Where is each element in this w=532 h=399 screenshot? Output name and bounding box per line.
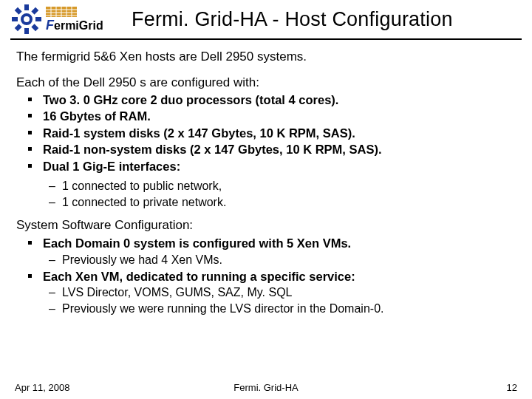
sw-list-1: Each Domain 0 system is configured with … [16,236,513,251]
svg-rect-6 [15,24,22,31]
slide-title: Fermi. Grid-HA - Host Configuration [132,8,453,31]
paragraph-hw-heading: Each of the Dell 2950 s are configured w… [16,75,513,90]
list-item: Each Domain 0 system is configured with … [22,236,513,251]
svg-rect-3 [12,17,18,21]
list-item: 1 connected to private network. [22,195,513,210]
svg-rect-2 [24,28,29,34]
list-item: Dual 1 Gig-E interfaces: [22,159,513,174]
svg-rect-8 [31,24,38,31]
slide: F ermiGrid Fermi. Grid-HA - Host Configu… [0,0,532,399]
hw-list: Two 3. 0 GHz core 2 duo processors (tota… [16,92,513,174]
list-item: Two 3. 0 GHz core 2 duo processors (tota… [22,92,513,108]
list-item: 16 Gbytes of RAM. [22,109,513,124]
svg-rect-4 [35,17,41,21]
gear-icon [12,4,41,34]
slide-body: The fermigrid 5&6 Xen hosts are Dell 295… [0,43,532,316]
footer-date: Apr 11, 2008 [15,382,183,393]
fermigrid-logo: F ermiGrid [46,7,117,32]
list-item: Previously we had 4 Xen VMs. [22,253,513,267]
list-item: LVS Director, VOMS, GUMS, SAZ, My. SQL [22,285,513,300]
slide-footer: Apr 11, 2008 Fermi. Grid-HA 12 [0,382,532,393]
sw-sublist-1: Previously we had 4 Xen VMs. [16,253,513,267]
list-item: Raid-1 non-system disks (2 x 147 Gbytes,… [22,142,513,157]
svg-rect-5 [31,7,38,15]
list-item: 1 connected to public network, [22,179,513,194]
hw-sublist: 1 connected to public network, 1 connect… [16,179,513,210]
svg-rect-7 [15,7,22,15]
page-number: 12 [349,382,517,393]
list-item: Previously we were running the LVS direc… [22,301,513,316]
logo-text: ermiGrid [54,19,103,32]
slide-header: F ermiGrid Fermi. Grid-HA - Host Configu… [0,0,532,34]
svg-point-0 [22,15,31,24]
svg-rect-1 [24,4,29,10]
footer-title: Fermi. Grid-HA [183,382,350,393]
divider [10,38,522,40]
sw-list-2: Each Xen VM, dedicated to running a spec… [16,269,513,284]
list-item: Each Xen VM, dedicated to running a spec… [22,269,513,284]
paragraph-intro: The fermigrid 5&6 Xen hosts are Dell 295… [16,49,513,64]
paragraph-sw-heading: System Software Configuration: [16,217,513,233]
logo-block: F ermiGrid [12,4,117,34]
list-item: Raid-1 system disks (2 x 147 Gbytes, 10 … [22,126,513,141]
sw-sublist-2: LVS Director, VOMS, GUMS, SAZ, My. SQL P… [16,285,513,316]
